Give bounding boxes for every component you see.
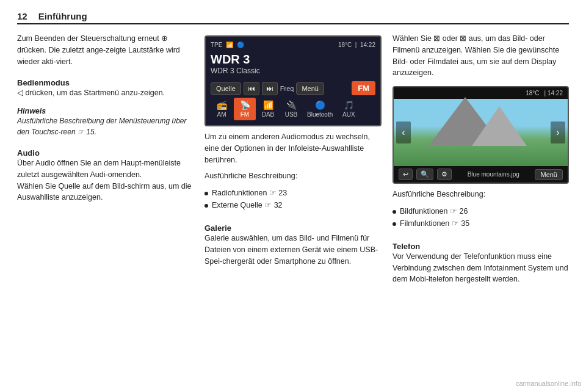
bullet-text: Bildfunktionen ☞ 26 — [400, 205, 468, 217]
hint-text: Ausführliche Beschreibung der Menüsteuer… — [17, 115, 194, 137]
aux-label: AUX — [342, 111, 355, 118]
middle-description: Um zu einem anderen Audiomodus zu wechse… — [204, 131, 382, 165]
radio-time: 14:22 — [360, 42, 375, 48]
middle-bullet-list: Radiofunktionen ☞ 23Externe Quelle ☞ 32 — [204, 187, 382, 211]
audio-text2: Wählen Sie Quelle auf dem Bild-schirm au… — [17, 181, 194, 204]
dab-label: DAB — [262, 111, 275, 118]
usb-icon: 🔌 — [286, 100, 297, 110]
galerie-heading: Galerie — [204, 223, 382, 233]
gallery-temp: 18°C — [526, 90, 539, 96]
hint-block: Hinweis Ausführliche Beschreibung der Me… — [17, 106, 194, 137]
bluetooth-icon: 🔵 — [237, 42, 244, 48]
btn-quelle[interactable]: Quelle — [211, 82, 241, 95]
radio-station-sub: WDR 3 Classic — [211, 67, 375, 75]
radio-top-icons: TPE 📶 🔵 — [211, 42, 244, 48]
bullet-text: Externe Quelle ☞ 32 — [212, 199, 283, 211]
list-item: Externe Quelle ☞ 32 — [204, 199, 382, 211]
source-item-am[interactable]: 📻AM — [211, 98, 233, 120]
list-item: Radiofunktionen ☞ 23 — [204, 187, 382, 199]
bullet-dot — [204, 204, 208, 208]
radio-controls-row: Quelle ⏮ ⏭ Freq Menü FM — [211, 81, 375, 95]
page-header: 12 Einführung — [17, 11, 569, 24]
freq-label: Freq — [280, 85, 294, 92]
radio-source-bar: 📻AM📡FM📶DAB🔌USB🔵Bluetooth🎵AUX — [211, 98, 375, 120]
audio-text1: Über Audio öffnen Sie an dem Haupt-menül… — [17, 158, 194, 181]
bullet-dot — [204, 192, 208, 195]
audio-heading: Audio — [17, 148, 194, 158]
page-title: Einführung — [38, 11, 87, 21]
bluetooth-label: Bluetooth — [307, 111, 333, 118]
radio-screen: TPE 📶 🔵 18°C | 14:22 WDR 3 WDR 3 Classic… — [204, 35, 382, 126]
bullet-dot — [392, 222, 396, 226]
gallery-back-btn[interactable]: ↩ — [399, 169, 413, 180]
col-middle: TPE 📶 🔵 18°C | 14:22 WDR 3 WDR 3 Classic… — [204, 33, 382, 285]
bedienmodus-heading: Bedienmodus — [17, 78, 194, 87]
fm-badge: FM — [352, 81, 375, 95]
source-item-usb[interactable]: 🔌USB — [280, 98, 302, 120]
right-bullet-list: Bildfunktionen ☞ 26Filmfunktionen ☞ 35 — [392, 205, 569, 230]
bullet-dot — [392, 210, 396, 214]
watermark: carmanualsonline.info — [516, 380, 581, 387]
source-item-dab[interactable]: 📶DAB — [257, 98, 279, 120]
col-left: Zum Beenden der Steuerschaltung erneut ⊕… — [17, 33, 194, 285]
page-container: 12 Einführung Zum Beenden der Steuerscha… — [0, 0, 586, 296]
list-item: Bildfunktionen ☞ 26 — [392, 205, 569, 217]
usb-label: USB — [285, 111, 298, 118]
page-number: 12 — [17, 11, 27, 21]
intro-text-left: Zum Beenden der Steuerschaltung erneut ⊕… — [17, 33, 194, 67]
radio-temp-time: 18°C | 14:22 — [338, 42, 375, 48]
content-grid: Zum Beenden der Steuerschaltung erneut ⊕… — [17, 33, 569, 285]
galerie-text: Galerie auswählen, um das Bild- und Film… — [204, 233, 382, 267]
radio-top-bar: TPE 📶 🔵 18°C | 14:22 — [211, 42, 375, 48]
fm-label: FM — [241, 111, 249, 118]
bluetooth-icon: 🔵 — [315, 100, 325, 110]
right-detailed-desc: Ausführliche Beschreibung: — [392, 189, 569, 200]
dab-icon: 📶 — [263, 100, 273, 110]
gallery-zoom-btn[interactable]: 🔍 — [416, 169, 433, 180]
gallery-bottom-bar: ↩ 🔍 ⚙ Blue mountains.jpg Menü — [394, 166, 568, 183]
signal-icon: 📶 — [226, 42, 233, 48]
btn-menu[interactable]: Menü — [296, 82, 324, 95]
bullet-text: Filmfunktionen ☞ 35 — [400, 217, 469, 230]
source-item-aux[interactable]: 🎵AUX — [338, 98, 360, 120]
gallery-menu-btn[interactable]: Menü — [535, 169, 563, 180]
gallery-mountain-image — [394, 99, 568, 166]
telefon-heading: Telefon — [392, 242, 569, 251]
radio-temp: 18°C — [338, 42, 352, 48]
source-item-fm[interactable]: 📡FM — [234, 98, 256, 120]
list-item: Filmfunktionen ☞ 35 — [392, 217, 569, 230]
gallery-screen: 18°C | 14:22 ‹ › ↩ 🔍 ⚙ Blue mountains.jp… — [392, 86, 569, 184]
btn-prev[interactable]: ⏮ — [244, 82, 259, 95]
am-label: AM — [217, 111, 226, 118]
gallery-filename: Blue mountains.jpg — [455, 171, 531, 178]
btn-next-track[interactable]: ⏭ — [262, 82, 278, 95]
aux-icon: 🎵 — [344, 100, 354, 110]
am-icon: 📻 — [217, 100, 227, 110]
fm-icon: 📡 — [240, 100, 250, 110]
gallery-time: 14:22 — [548, 90, 563, 96]
source-item-bluetooth[interactable]: 🔵Bluetooth — [303, 98, 336, 120]
right-intro-text: Wählen Sie ⊠ oder ⊠ aus, um das Bild- od… — [392, 33, 569, 79]
section-galerie: Galerie Galerie auswählen, um das Bild- … — [204, 220, 382, 267]
gallery-next-button[interactable]: › — [551, 122, 565, 143]
gallery-prev-button[interactable]: ‹ — [396, 122, 411, 143]
tpeg-icon: TPE — [211, 42, 222, 48]
middle-detailed-desc: Ausführliche Beschreibung: — [204, 170, 382, 182]
gallery-separator: | — [544, 90, 546, 96]
gallery-adjust-btn[interactable]: ⚙ — [437, 169, 452, 180]
telefon-text: Vor Verwendung der Telefonfunktion muss … — [392, 251, 569, 285]
hint-label: Hinweis — [17, 107, 46, 115]
section-bedienmodus: Bedienmodus ◁ drücken, um das Startmenü … — [17, 74, 194, 99]
bedienmodus-text: ◁ drücken, um das Startmenü anzu-zeigen. — [17, 87, 194, 99]
col-right: Wählen Sie ⊠ oder ⊠ aus, um das Bild- od… — [392, 33, 569, 285]
section-telefon: Telefon Vor Verwendung der Telefonfunkti… — [392, 238, 569, 285]
section-audio: Audio Über Audio öffnen Sie an dem Haupt… — [17, 145, 194, 203]
gallery-image-area: ‹ › — [394, 99, 568, 166]
bullet-text: Radiofunktionen ☞ 23 — [212, 187, 287, 199]
radio-station-name: WDR 3 — [211, 52, 375, 67]
